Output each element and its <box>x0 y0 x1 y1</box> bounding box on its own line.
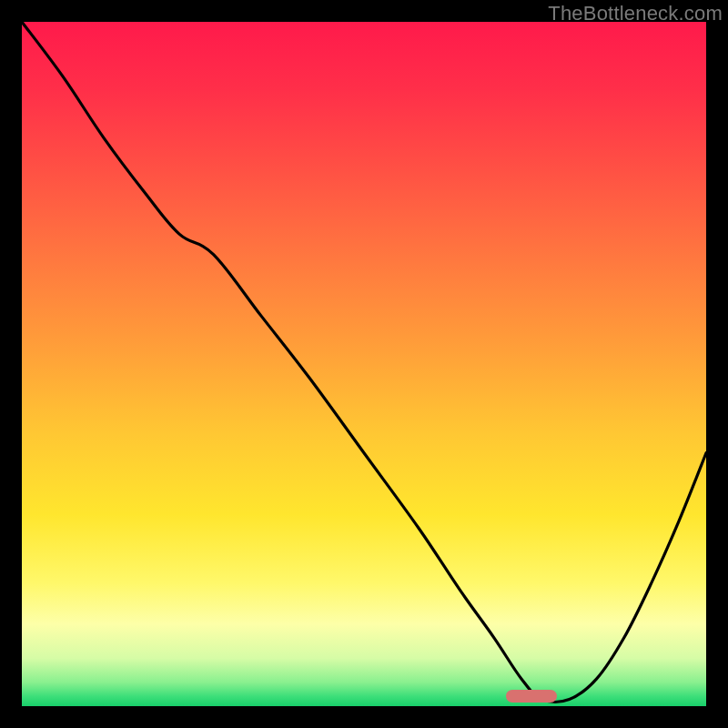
curve-layer <box>22 22 706 706</box>
optimum-marker <box>506 690 557 703</box>
plot-area <box>22 22 706 706</box>
bottleneck-curve <box>22 22 706 703</box>
chart-frame <box>22 22 706 706</box>
